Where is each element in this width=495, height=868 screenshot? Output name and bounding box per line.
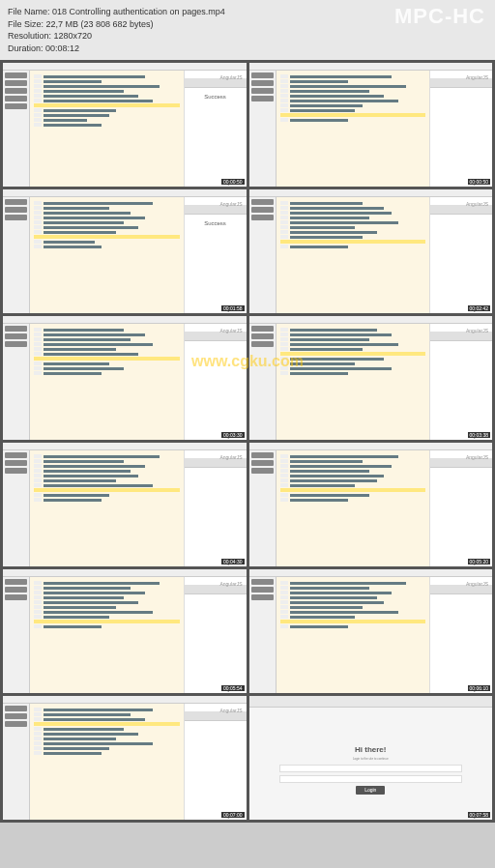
filesize-value: 22,7 MB (23 808 682 bytes) [46,19,154,29]
filename-label: File Name: [8,7,50,16]
thumbnail[interactable]: AngularJS lynda 00:03:30 [3,316,247,440]
thumbnail[interactable]: AngularJS lynda 00:00:50 [249,63,493,187]
login-button[interactable]: Login [356,786,385,795]
login-password-input[interactable] [279,775,462,783]
resolution-value: 1280x720 [54,31,93,41]
thumbnail[interactable]: AngularJS lynda 00:02:42 [249,189,493,313]
thumbnail[interactable]: AngularJS lynda 00:04:30 [3,443,247,566]
thumbnail-grid: SuccessAngularJS lynda 00:00:50 AngularJ… [0,60,495,823]
thumbnail[interactable]: AngularJS lynda 00:03:38 [249,316,493,440]
thumbnail[interactable]: AngularJS lynda 00:05:54 [3,569,247,693]
thumbnail[interactable]: SuccessAngularJS lynda 00:00:50 [3,63,247,187]
thumbnail[interactable]: AngularJS lynda 00:06:10 [249,569,493,693]
filename-value: 018 Controlling authentication on pages.… [52,7,225,16]
filesize-label: File Size: [8,19,44,29]
success-label: Success [202,92,228,101]
thumbnail[interactable]: AngularJS lynda 00:05:20 [249,443,493,566]
timestamp: 00:00:50 [221,179,244,185]
login-email-input[interactable] [279,765,462,772]
login-subtitle: Login to the site to continue [353,757,389,761]
thumbnail[interactable]: AngularJS lynda 00:07:00 [3,696,247,820]
thumbnail[interactable]: SuccessAngularJS lynda 00:01:58 [3,189,247,313]
thumbnail-login[interactable]: Hi there! Login to the site to continue … [249,696,493,820]
login-title: Hi there! [355,745,386,754]
mpc-watermark: MPC-HC [394,4,485,29]
duration-value: 00:08:12 [45,43,79,53]
resolution-label: Resolution: [8,31,51,41]
duration-label: Duration: [8,43,44,53]
